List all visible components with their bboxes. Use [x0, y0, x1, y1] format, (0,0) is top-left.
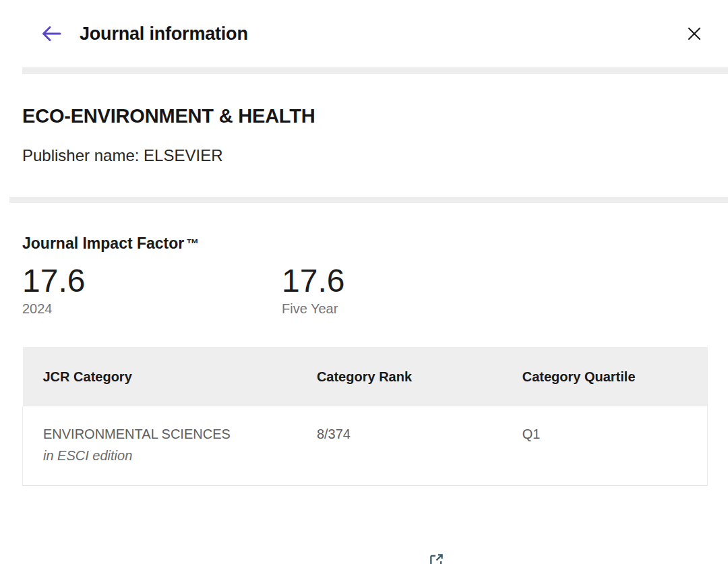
cell-category: ENVIRONMENTAL SCIENCES in ESCI edition [23, 406, 297, 486]
source-line: Source: Journal Citation Reports 2024.Le… [22, 517, 706, 564]
metric-label: Five Year [282, 301, 541, 317]
panel-header: Journal information [0, 0, 728, 67]
close-icon [686, 26, 702, 42]
metric-label: 2024 [22, 301, 282, 317]
impact-factor-heading: Journal Impact Factor™ [22, 234, 706, 253]
column-header-jcr-category: JCR Category [23, 347, 297, 406]
back-button[interactable] [40, 24, 62, 43]
category-edition: in ESCI edition [43, 448, 290, 464]
table-header-row: JCR Category Category Rank Category Quar… [23, 347, 708, 406]
cell-quartile: Q1 [502, 406, 708, 486]
cell-rank: 8/374 [297, 406, 502, 486]
external-link-icon [404, 535, 444, 564]
divider [9, 197, 728, 203]
arrow-left-icon [40, 24, 62, 43]
impact-factor-metrics: 17.6 2024 17.6 Five Year [22, 262, 706, 317]
metric-value: 17.6 [282, 262, 541, 299]
metric-value: 17.6 [22, 262, 282, 299]
category-name: ENVIRONMENTAL SCIENCES [43, 427, 290, 442]
metric-five-year: 17.6 Five Year [282, 262, 541, 317]
jcr-category-table: JCR Category Category Rank Category Quar… [22, 347, 708, 486]
trademark-symbol: ™ [186, 237, 199, 251]
column-header-category-rank: Category Rank [297, 347, 502, 406]
publisher-name: Publisher name: ELSEVIER [22, 146, 706, 165]
divider [22, 67, 728, 74]
page-title: Journal information [80, 24, 248, 44]
close-button[interactable] [686, 26, 702, 42]
column-header-category-quartile: Category Quartile [502, 347, 708, 406]
metric-current-year: 17.6 2024 [22, 262, 282, 317]
table-row: ENVIRONMENTAL SCIENCES in ESCI edition 8… [23, 406, 708, 486]
journal-name: ECO-ENVIRONMENT & HEALTH [22, 105, 706, 127]
